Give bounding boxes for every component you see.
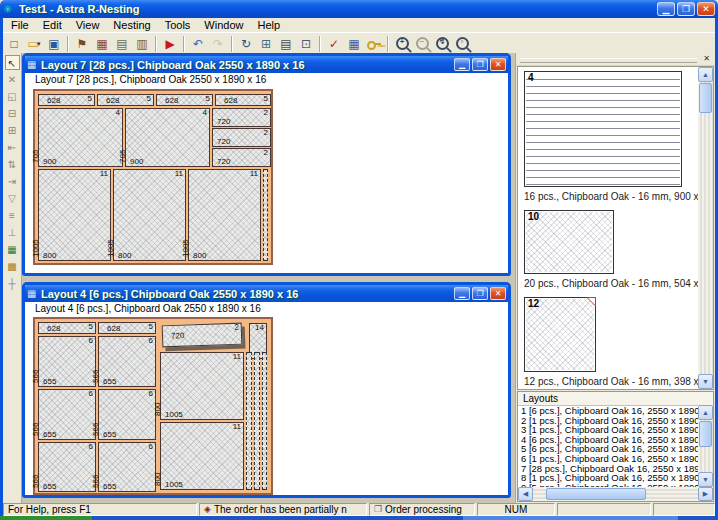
nesting-sheet[interactable]: 5628562866555666655566665556666555666655… xyxy=(33,317,273,495)
zoom-window-button[interactable]: ▫ xyxy=(452,35,472,53)
anchor-tool[interactable]: ⊥ xyxy=(5,225,20,240)
mdi-title-bar[interactable]: ▦ Layout 4 [6 pcs.] Chipboard Oak 2550 x… xyxy=(25,285,508,302)
mdi-title-bar[interactable]: ▦ Layout 7 [28 pcs.] Chipboard Oak 2550 … xyxy=(25,56,508,73)
scrollbar-thumb[interactable] xyxy=(546,488,646,500)
mdi-minimize-button[interactable]: ▁ xyxy=(454,287,470,300)
sheet-part[interactable]: 5628 xyxy=(156,94,213,106)
menu-view[interactable]: View xyxy=(69,18,107,32)
sheet-part[interactable]: 111005800 xyxy=(160,352,244,420)
delete-part-tool[interactable]: ✕ xyxy=(5,72,20,87)
menu-nesting[interactable]: Nesting xyxy=(106,18,157,32)
print-preview-button[interactable]: ⊡ xyxy=(296,35,316,53)
window-layout-button[interactable]: ⊞ xyxy=(256,35,276,53)
sheet-part[interactable]: 5628 xyxy=(97,94,154,106)
sheet-part[interactable]: 6655566 xyxy=(98,389,156,440)
menu-help[interactable]: Help xyxy=(250,18,287,32)
align-right-tool[interactable]: ⇥ xyxy=(5,174,20,189)
layouts-vscrollbar[interactable]: ▲ ▼ xyxy=(698,405,713,487)
sheet-part[interactable]: 2720 xyxy=(212,108,271,127)
part-thumbnail[interactable]: 4 xyxy=(524,71,682,187)
scroll-left-icon[interactable]: ◀ xyxy=(518,487,533,501)
sheet-part[interactable]: 6655566 xyxy=(38,442,96,492)
align-left-tool[interactable]: ⇤ xyxy=(5,140,20,155)
sheet-part[interactable]: 118001005 xyxy=(113,169,186,261)
nesting-sheet[interactable]: 5628562856285628490070549007052720272027… xyxy=(33,89,273,265)
new-button[interactable]: □ xyxy=(4,35,24,53)
scroll-up-icon[interactable]: ▲ xyxy=(698,405,713,420)
license-key-button[interactable] xyxy=(364,35,384,53)
sheet-part[interactable] xyxy=(263,169,268,261)
part-properties-button[interactable]: ⚑ xyxy=(72,35,92,53)
split-horizontal-tool[interactable]: ⊟ xyxy=(5,106,20,121)
mdi-close-button[interactable]: ✕ xyxy=(490,287,506,300)
mdi-window-layout-4[interactable]: ▦ Layout 4 [6 pcs.] Chipboard Oak 2550 x… xyxy=(22,282,511,498)
restore-button[interactable]: ❐ xyxy=(677,2,695,16)
sheet-part[interactable]: 2720 xyxy=(212,148,271,167)
rotate-part-tool[interactable]: ◱ xyxy=(5,89,20,104)
sheet-part[interactable]: 4900705 xyxy=(125,108,210,167)
sheet-part[interactable]: 118001005 xyxy=(188,169,261,261)
open-button[interactable]: ▭▾ xyxy=(24,35,44,53)
layouts-hscrollbar[interactable]: ◀ ▶ xyxy=(518,487,713,501)
scroll-down-icon[interactable]: ▼ xyxy=(698,472,713,487)
undo-button[interactable]: ↶ xyxy=(188,35,208,53)
sheet-part[interactable]: 4900705 xyxy=(38,108,123,167)
split-vertical-tool[interactable]: ⊞ xyxy=(5,123,20,138)
scrollbar-thumb[interactable] xyxy=(699,421,712,447)
zoom-in-button[interactable]: + xyxy=(392,35,412,53)
zoom-dynamic-button[interactable]: ↯ xyxy=(432,35,452,53)
materials-button[interactable]: ▤ xyxy=(112,35,132,53)
select-tool[interactable]: ↖ xyxy=(5,55,20,70)
sheet-part[interactable]: 5628 xyxy=(215,94,271,106)
mdi-minimize-button[interactable]: ▁ xyxy=(454,58,470,71)
run-nesting-button[interactable]: ▶ xyxy=(160,35,180,53)
drop-part-tool[interactable]: ▽ xyxy=(5,191,20,206)
start-button-edge[interactable] xyxy=(0,516,92,520)
sheet-part[interactable]: 6655566 xyxy=(38,336,96,387)
send-to-order-button[interactable]: ↻ xyxy=(236,35,256,53)
scroll-up-icon[interactable]: ▲ xyxy=(698,67,713,82)
sheet-part[interactable]: 2720 xyxy=(162,323,243,348)
scroll-down-icon[interactable]: ▼ xyxy=(698,374,713,389)
sheet-part[interactable]: 5628 xyxy=(38,94,95,106)
part-thumbnail[interactable]: 12 xyxy=(524,297,596,372)
sheet-part[interactable]: 5628 xyxy=(38,322,96,334)
sheet-part[interactable]: 5628 xyxy=(98,322,156,334)
sheet-part[interactable]: 6655566 xyxy=(38,389,96,440)
sheet-part[interactable]: 111005800 xyxy=(160,422,244,490)
save-button[interactable]: ▣ xyxy=(44,35,64,53)
sheet-part[interactable]: 118001005 xyxy=(38,169,111,261)
parts-scrollbar[interactable]: ▲ ▼ xyxy=(698,67,713,389)
parts-list-button[interactable]: ▦ xyxy=(92,35,112,53)
mdi-close-button[interactable]: ✕ xyxy=(490,58,506,71)
mdi-restore-button[interactable]: ❐ xyxy=(472,58,488,71)
order-book-button[interactable]: ▥ xyxy=(132,35,152,53)
sheet-part[interactable]: 6655566 xyxy=(98,442,156,492)
panel-header[interactable]: ✕ xyxy=(516,53,715,66)
compact-tool[interactable]: ≡ xyxy=(5,208,20,223)
taskbar-button-edge[interactable] xyxy=(463,516,678,520)
menu-edit[interactable]: Edit xyxy=(36,18,69,32)
sheet-part[interactable] xyxy=(254,352,260,490)
sheet-part[interactable]: 2720 xyxy=(212,128,271,147)
panel-close-icon[interactable]: ✕ xyxy=(701,54,712,64)
duplicate-part-tool[interactable]: ▦ xyxy=(5,242,20,257)
panel-gripper[interactable] xyxy=(520,58,697,63)
sheet-part[interactable] xyxy=(246,352,252,490)
scrollbar-thumb[interactable] xyxy=(699,83,712,113)
swap-parts-tool[interactable]: ⇅ xyxy=(5,157,20,172)
menu-window[interactable]: Window xyxy=(197,18,250,32)
measure-tool[interactable]: ┼ xyxy=(5,276,20,291)
scroll-right-icon[interactable]: ▶ xyxy=(698,487,713,501)
menu-tools[interactable]: Tools xyxy=(158,18,198,32)
edit-part-tool[interactable]: ▩ xyxy=(5,259,20,274)
saw-settings-button[interactable]: ▦ xyxy=(344,35,364,53)
sheet-part[interactable] xyxy=(262,352,267,490)
sheet-part[interactable]: 6655566 xyxy=(98,336,156,387)
minimize-button[interactable]: ▁ xyxy=(657,2,675,16)
close-button[interactable]: ✕ xyxy=(697,2,715,16)
mdi-window-layout-7[interactable]: ▦ Layout 7 [28 pcs.] Chipboard Oak 2550 … xyxy=(22,53,511,276)
menu-file[interactable]: File xyxy=(4,18,36,32)
print-button[interactable]: ▤ xyxy=(276,35,296,53)
part-thumbnail[interactable]: 10 xyxy=(524,210,614,274)
